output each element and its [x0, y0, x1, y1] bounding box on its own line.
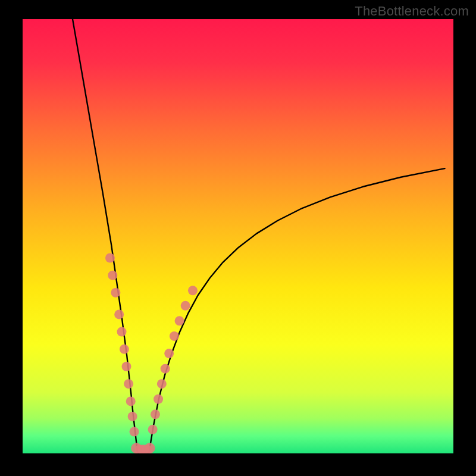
dot-right-dots [181, 301, 190, 311]
dot-left-dots [114, 309, 124, 319]
dot-right-dots [175, 316, 184, 325]
curve-right-branch [149, 168, 444, 453]
dot-left-dots [124, 379, 133, 389]
dot-left-dots [128, 412, 137, 421]
dot-right-dots [148, 425, 158, 434]
dot-right-dots [151, 409, 160, 419]
dot-left-dots [111, 288, 120, 298]
chart-frame: TheBottleneck.com [0, 0, 476, 476]
dot-right-dots [157, 379, 167, 389]
dot-right-dots [154, 394, 163, 404]
dot-right-dots [188, 286, 198, 295]
curves-layer [23, 19, 453, 453]
dot-left-dots [130, 427, 139, 437]
dot-left-dots [126, 396, 136, 406]
dot-left-dots [120, 345, 129, 354]
plot-area [23, 19, 453, 453]
dot-left-dots [108, 271, 117, 280]
dot-left-dots [117, 327, 127, 337]
dot-trough-dots [145, 443, 155, 453]
dot-left-dots [105, 253, 115, 263]
watermark-text: TheBottleneck.com [355, 4, 469, 19]
dot-right-dots [164, 349, 174, 358]
dot-right-dots [170, 331, 179, 341]
dot-right-dots [161, 364, 170, 374]
dot-left-dots [121, 362, 131, 371]
